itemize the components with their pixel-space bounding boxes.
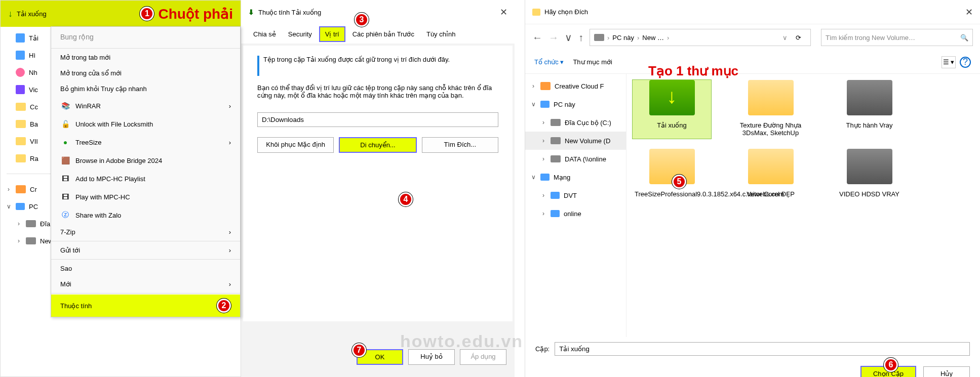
breadcrumb-item[interactable]: PC này (612, 34, 634, 41)
watermark: howto.edu.vn (400, 331, 523, 351)
tree-label[interactable]: online (564, 210, 581, 218)
path-input[interactable] (257, 112, 498, 127)
find-target-button[interactable]: Tìm Đích... (422, 137, 498, 153)
disk-icon (26, 237, 36, 244)
video-icon (16, 85, 25, 94)
expander-icon[interactable]: › (6, 186, 12, 193)
menu-unpin[interactable]: Bỏ ghim khỏi Truy cập nhanh (51, 81, 240, 97)
refresh-button[interactable]: ⟳ (791, 34, 806, 41)
tree-label[interactable]: DATA (\\online (565, 155, 606, 163)
tree-label[interactable]: New Volume (D (565, 137, 610, 145)
expander-icon[interactable]: › (16, 237, 22, 244)
disk-icon (551, 155, 561, 162)
folder-item[interactable]: Vetor Corel ĐẸP (731, 149, 810, 200)
restore-default-button[interactable]: Khôi phục Mặc định (257, 137, 334, 153)
location-desc2: Bạn có thể thay đổi vị trí lưu giữ các t… (257, 84, 498, 99)
menu-zalo[interactable]: ⓩShare with Zalo (51, 206, 240, 224)
view-button[interactable]: ☰ ▾ (942, 56, 956, 68)
close-button[interactable]: ✕ (500, 7, 507, 18)
cancel-button[interactable]: Hủy (923, 366, 970, 377)
back-button[interactable]: ← (532, 32, 542, 44)
tree-label[interactable]: Cc (30, 103, 38, 111)
annotation-create-folder: Tạo 1 thư mục (648, 63, 738, 79)
folder-name-row: Cặp: (525, 337, 980, 361)
tree-label[interactable]: VII (30, 138, 38, 145)
tab-body: Tệp trong cặp Tải xuống được cất giữ tro… (243, 46, 513, 321)
search-icon: 🔍 (960, 34, 968, 41)
menu-bridge[interactable]: 🟫Browse in Adobe Bridge 2024 (51, 151, 240, 170)
forward-button[interactable]: → (548, 32, 559, 44)
menu-mpc-play[interactable]: 🎞Play with MPC-HC (51, 188, 240, 206)
folder-icon (16, 154, 26, 162)
menu-sendto[interactable]: Gửi tới› (51, 242, 240, 258)
menu-7zip[interactable]: 7-Zip› (51, 224, 240, 240)
tab-share[interactable]: Chia sẻ (248, 27, 281, 41)
tab-location[interactable]: Vị trí (319, 26, 345, 42)
marker-2: 2 (217, 299, 231, 313)
tree-label[interactable]: Mạng (554, 174, 570, 181)
apply-button[interactable]: Áp dụng (460, 349, 506, 365)
menu-treesize[interactable]: ●TreeSize› (51, 133, 240, 151)
close-button[interactable]: ✕ (965, 7, 973, 18)
tree-label[interactable]: PC này (554, 101, 575, 108)
tree-label[interactable]: Tải (29, 34, 38, 42)
menu-open-tab[interactable]: Mở trong tab mới (51, 50, 240, 65)
organize-menu[interactable]: Tổ chức ▾ (534, 58, 564, 66)
search-input[interactable]: Tìm kiếm trong New Volume… 🔍 (821, 29, 973, 46)
folder-name-input[interactable] (555, 342, 970, 356)
move-button[interactable]: Di chuyển... (339, 137, 416, 153)
zalo-icon: ⓩ (60, 210, 70, 220)
breadcrumb[interactable]: › PC này › New … › ∨ ⟳ (590, 29, 811, 46)
folder-item[interactable]: VIDEO HDSD VRAY (830, 149, 909, 200)
menu-copy[interactable]: Sao (51, 261, 240, 276)
picker-toolbar: Tổ chức ▾ Thư mục mới ☰ ▾ ? (525, 51, 980, 74)
folder-item[interactable]: Texture Đường Nhựa 3DsMax, SketchUp (731, 80, 810, 139)
folder-item[interactable]: Thực hành Vray (830, 80, 909, 139)
recent-button[interactable]: ∨ (565, 31, 572, 44)
menu-mpc-add[interactable]: 🎞Add to MPC-HC Playlist (51, 170, 240, 188)
menu-new[interactable]: Mới› (51, 276, 240, 292)
tree-label[interactable]: Nh (29, 69, 37, 76)
expander-icon[interactable]: ∨ (6, 203, 12, 210)
tree-label[interactable]: Hì (29, 52, 35, 59)
mpc-icon: 🎞 (60, 192, 70, 202)
tree-label[interactable]: Ba (30, 120, 38, 128)
chevron-down-icon[interactable]: ∨ (782, 34, 788, 41)
tab-previous[interactable]: Các phiên bản Trước (347, 27, 419, 41)
tree-label[interactable]: Vic (29, 86, 38, 94)
menu-locksmith[interactable]: 🔓Unlock with File Locksmith (51, 115, 240, 133)
pc-icon (540, 101, 550, 108)
folder-icon (847, 149, 892, 184)
folder-grid: Tải xuống Texture Đường Nhựa 3DsMax, Ske… (626, 74, 980, 337)
marker-1: 1 (140, 7, 154, 21)
menu-expand[interactable]: Bung rộng (51, 27, 240, 47)
menu-properties[interactable]: Thuộc tính2 (51, 295, 240, 317)
tree-label[interactable]: DVT (564, 192, 577, 199)
folder-item[interactable]: TreeSizeProfessional9.0.3.1852.x64.c.tai… (633, 149, 711, 200)
help-icon[interactable]: ? (960, 57, 971, 68)
down-arrow-icon: ↓ (8, 9, 13, 19)
dialog-titlebar: ⬇ Thuộc tính Tải xuống ✕ (241, 0, 515, 24)
location-desc1: Tệp trong cặp Tải xuống được cất giữ tro… (263, 56, 450, 63)
expander-icon[interactable]: › (16, 220, 22, 227)
chevron-right-icon: › (229, 228, 231, 236)
treesize-icon: ● (60, 137, 70, 147)
tab-customize[interactable]: Tùy chỉnh (421, 27, 460, 41)
menu-open-window[interactable]: Mở trong cửa sổ mới (51, 65, 240, 81)
tree-label[interactable]: Đĩa Cục bộ (C:) (565, 119, 611, 127)
tab-security[interactable]: Security (283, 27, 317, 41)
cancel-button[interactable]: Huỷ bỏ (408, 349, 455, 365)
picker-nav-tree: ›Creative Cloud F ∨PC này ›Đĩa Cục bộ (C… (525, 74, 626, 337)
folder-item-downloads[interactable]: Tải xuống (633, 80, 711, 139)
pc-icon (16, 203, 25, 210)
menu-winrar[interactable]: 📚WinRAR› (51, 97, 240, 115)
new-folder-button[interactable]: Thư mục mới (573, 58, 612, 66)
breadcrumb-item[interactable]: New … (642, 34, 664, 41)
tree-label[interactable]: Cr (30, 186, 37, 193)
marker-7: 7 (352, 343, 366, 357)
picker-footer-buttons: Chọn Cặp Hủy (525, 361, 980, 377)
tree-label[interactable]: Creative Cloud F (555, 82, 604, 90)
up-button[interactable]: ↑ (578, 32, 583, 44)
tree-label[interactable]: Ra (30, 155, 38, 162)
tree-label[interactable]: PC (29, 203, 38, 211)
